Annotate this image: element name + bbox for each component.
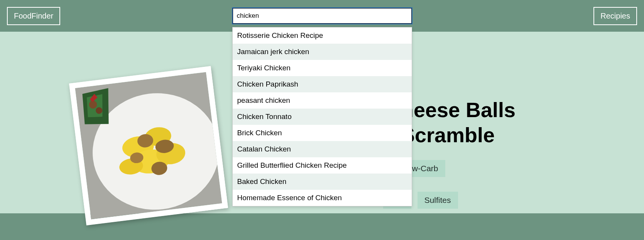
search-suggestion[interactable]: Chicken Tonnato [233, 109, 412, 125]
search-suggestion[interactable]: Rotisserie Chicken Recipe [233, 27, 412, 44]
search-suggestion[interactable]: Jamaican jerk chicken [233, 44, 412, 60]
recipe-photo [69, 66, 228, 225]
search-suggestion[interactable]: Brick Chicken [233, 125, 412, 141]
search-suggestion[interactable]: peasant chicken [233, 92, 412, 109]
search-suggestion[interactable]: Teriyaki Chicken [233, 60, 412, 76]
search-suggestion[interactable]: Grilled Butterflied Chicken Recipe [233, 157, 412, 174]
recipes-link[interactable]: Recipies [593, 7, 637, 25]
search-suggestion[interactable]: Catalan Chicken [233, 141, 412, 157]
search-suggestion[interactable]: Homemade Essence of Chicken [233, 190, 412, 206]
search-suggestion[interactable]: Chicken Paprikash [233, 76, 412, 92]
brand-button[interactable]: FoodFinder [7, 7, 60, 25]
search-dropdown[interactable]: Rotisserie Chicken RecipeJamaican jerk c… [232, 27, 412, 206]
allergen-tag: Sulfites [418, 192, 458, 209]
search-input[interactable] [232, 8, 412, 24]
navbar: FoodFinder Rotisserie Chicken RecipeJama… [0, 0, 644, 32]
search-container: Rotisserie Chicken RecipeJamaican jerk c… [232, 8, 412, 24]
search-suggestion[interactable]: Baked Chicken [233, 174, 412, 190]
